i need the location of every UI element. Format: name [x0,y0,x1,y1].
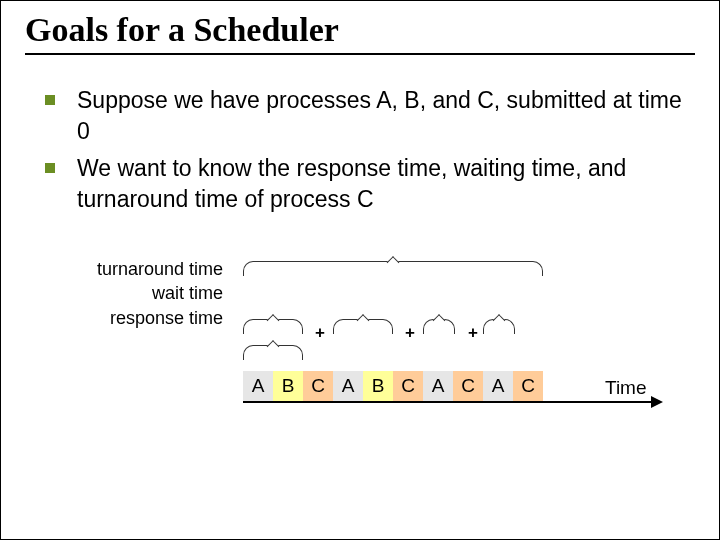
slot-C: C [303,371,333,401]
bullet-square-icon [45,163,55,173]
brace-response [243,345,303,360]
bullet-list: Suppose we have processes A, B, and C, s… [35,85,695,215]
title-rule [25,53,695,55]
bullet-item: Suppose we have processes A, B, and C, s… [35,85,695,147]
label-turnaround: turnaround time [25,257,223,281]
bullet-text: We want to know the response time, waiti… [77,153,695,215]
plus-icon: + [405,323,415,343]
slot-C: C [453,371,483,401]
slot-B: B [273,371,303,401]
slot-C: C [393,371,423,401]
plus-icon: + [468,323,478,343]
time-arrow-icon [243,401,653,403]
bullet-text: Suppose we have processes A, B, and C, s… [77,85,695,147]
timing-diagram: turnaround time wait time response time … [25,257,695,467]
brace-turnaround [243,261,543,276]
time-axis-label: Time [605,377,647,399]
slot-B: B [363,371,393,401]
brace-wait-3 [423,319,455,334]
bullet-item: We want to know the response time, waiti… [35,153,695,215]
slot-A: A [483,371,513,401]
brace-wait-1 [243,319,303,334]
label-wait: wait time [25,281,223,305]
label-response: response time [25,306,223,330]
plus-icon: + [315,323,325,343]
brace-wait-2 [333,319,393,334]
bullet-square-icon [45,95,55,105]
slot-A: A [333,371,363,401]
metric-labels: turnaround time wait time response time [25,257,223,330]
brace-wait-4 [483,319,515,334]
slot-A: A [423,371,453,401]
slide-title: Goals for a Scheduler [25,11,695,49]
slot-A: A [243,371,273,401]
slot-C: C [513,371,543,401]
